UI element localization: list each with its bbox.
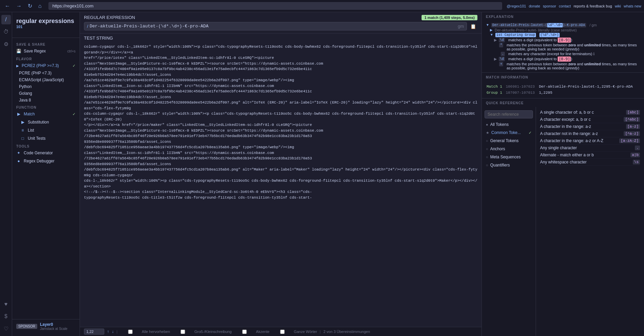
function-match[interactable]: ▶ Match ✓ [12,110,80,118]
ref-code-8: \s [633,160,640,164]
ref-quantifiers-label: Quantifiers [490,163,510,167]
reload-button[interactable]: ↻ [26,1,34,10]
highlight-all-label[interactable]: Alle hervorheben [120,330,170,334]
home-button[interactable]: ⌂ [36,2,44,10]
flavor-golang-label: Golang [19,91,32,96]
link-wiki[interactable]: wiki [615,4,621,8]
ref-code-7: a|b [630,153,640,157]
ref-item-meta[interactable]: ○ Meta Sequences [482,153,536,161]
sponsor-name: Layer0 [40,322,67,327]
ref-row-3: A character in the range: a-z [a-z] [540,123,640,130]
heart-icon[interactable]: ♡ [1,324,11,333]
flavor-pcre2[interactable]: ▶ PCRE2 (PHP >=7.3) ✓ [12,62,80,70]
flavor-ecmascript[interactable]: ECMAScript (JavaScript) [12,76,80,83]
tool-code-generator[interactable]: ✦ Code Generator [12,149,80,157]
highlight-all-checkbox[interactable] [120,330,141,334]
ref-row-8: Any whitespace character \s [540,159,640,166]
common-icon: ★ [486,131,489,135]
flavor-golang[interactable]: Golang [12,90,80,97]
tool-regex-debugger[interactable]: ● Regex Debugger [12,157,80,165]
link-contact[interactable]: contact [559,4,571,8]
ref-code-2: [^abc] [624,117,640,122]
settings-icon[interactable]: ⚙ [1,39,11,49]
quick-ref-body: ● All Tokens ★ Common Toke... ✓ ○ Genera… [482,107,644,336]
regex-bar: / gm 📋 [84,22,477,30]
regex-input[interactable] [90,24,456,29]
quick-ref-title: QUICK REFERENCE [482,98,644,107]
match-info-section: MATCH INFORMATION Match 1 106981-107023 … [482,73,644,98]
ref-item-all-tokens[interactable]: ● All Tokens [482,120,536,129]
function-unit-tests-label: Unit Tests [28,136,45,141]
sponsor-content[interactable]: SPONSOR Layer0 Jamstack at Scale [16,322,76,331]
function-list[interactable]: ≡ List [12,126,80,134]
ref-search-input[interactable] [485,110,533,118]
root-toggle[interactable]: ▼ [486,23,489,27]
forward-button[interactable]: → [14,2,24,10]
regex-icon[interactable]: / [1,15,11,24]
general-icon: ○ [486,139,488,143]
literal-toggle[interactable]: ▶ [490,28,493,32]
group-toggle[interactable]: ▼ [490,33,493,37]
exp-line-dot: . matches any character (except for line… [486,51,640,57]
function-substitution[interactable]: ▶ Substitution [12,118,80,126]
exp-d-plus-token: \d [499,57,505,61]
flavor-pcre[interactable]: PCRE (PHP <7.3) [12,70,80,76]
back-button[interactable]: ← [3,2,12,10]
ref-item-anchors[interactable]: ○ Anchors [482,145,536,153]
link-donate[interactable]: donate [529,4,540,8]
address-bar[interactable] [48,2,502,10]
link-whats-new[interactable]: whats new [624,4,641,8]
anchors-icon: ○ [486,147,488,151]
ref-item-general[interactable]: ○ General Tokens [482,137,536,145]
accents-label[interactable]: Akzente [234,330,270,334]
ref-item-quantifiers[interactable]: ○ Quantifiers [482,161,536,169]
tools-label: TOOLS [12,142,80,149]
list-icon: ≡ [20,128,25,133]
link-bug-reports[interactable]: reports & feedback bug [574,4,612,8]
ref-meta-label: Meta Sequences [490,155,521,159]
whole-word-label[interactable]: Ganze Wörter [272,330,317,334]
position-input[interactable] [84,329,104,335]
flavor-python[interactable]: Python [12,83,80,90]
accents-checkbox[interactable] [234,330,255,334]
all-tokens-icon: ● [486,122,488,127]
link-regex101[interactable]: @regex101 [507,4,526,8]
exp-root-token: Der-aktuelle-Preis-lautet-(\d*.\d+)-€-pr… [491,23,586,27]
case-label[interactable]: Groß-/Kleinschreibung [173,330,232,334]
function-list-label: List [28,128,34,133]
ref-row-6: Any single character . [540,144,640,152]
flavor-pcre-label: PCRE (PHP <7.3) [19,71,51,75]
flavor-java8[interactable]: Java 8 [12,97,80,104]
highlight-all-text: Alle hervorheben [142,330,170,334]
stats-icon[interactable]: ⏱ [1,27,11,37]
topbar-links: @regex101 donate sponsor contact reports… [507,4,641,8]
copy-button[interactable]: 📋 [469,23,477,30]
case-checkbox[interactable] [173,330,193,334]
save-regex-item[interactable]: 💾 Save Regex ctrl+s [12,47,80,55]
regex-input-wrap[interactable]: / gm [84,22,467,30]
share-icon[interactable]: ♥ [1,299,11,309]
link-sponsor[interactable]: sponsor [543,4,556,8]
meta-icon: ○ [486,155,488,159]
logo-text: regular expressions 101 [16,18,76,32]
exp-d-plus-desc: matches a digit (equivalent to [0-9]) [508,57,572,61]
test-area[interactable]: column-cygaqsr cds-l-_18k662r" style="wi… [80,41,481,327]
function-unit-tests[interactable]: □ Unit Tests [12,134,80,142]
next-match-button[interactable]: ↓ [112,329,114,334]
ref-search[interactable] [482,108,536,120]
exp-dot-token: . [501,52,505,56]
exp-line-root: ▼ Der-aktuelle-Preis-lautet-(\d*.\d+)-€-… [486,23,640,28]
match-info-content: Match 1 106981-107023 Der-aktuelle-Preis… [482,81,644,98]
right-panel: EXPLANATION ▼ Der-aktuelle-Preis-lautet-… [481,12,644,336]
sponsor-section: SPONSOR Layer0 Jamstack at Scale [12,319,80,333]
ref-code-4: [^a-z] [624,131,640,136]
explanation-section: EXPLANATION ▼ Der-aktuelle-Preis-lautet-… [482,12,644,73]
sponsor-tagline: Jamstack at Scale [40,327,67,331]
regex-section-title: REGULAR EXPRESSION [84,15,135,20]
ref-item-common[interactable]: ★ Common Toke... ✓ [482,129,536,137]
ref-all-tokens-label: All Tokens [490,122,509,127]
prev-match-button[interactable]: ↑ [107,329,109,334]
dollar-icon[interactable]: $ [1,312,11,321]
logo: regular expressions 101 [12,15,80,38]
whole-word-checkbox[interactable] [272,330,293,334]
